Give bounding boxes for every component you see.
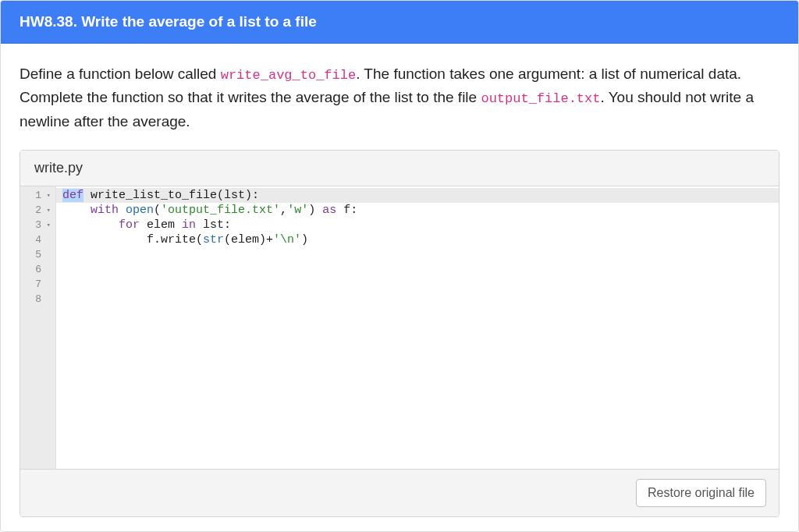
code-line[interactable] [62, 277, 779, 292]
editor-tabbar: write.py [20, 151, 779, 186]
code-content[interactable]: def write_list_to_file(lst): with open('… [56, 186, 779, 469]
editor-gutter: 1▾ 2▾ 3▾ 4 5 6 7 8 [20, 186, 56, 469]
gutter-line: 7 [28, 277, 51, 292]
code-line[interactable]: for elem in lst: [62, 218, 779, 232]
fold-marker-icon[interactable]: ▾ [47, 204, 51, 218]
problem-title: HW8.38. Write the average of a list to a… [20, 13, 317, 30]
code-line[interactable]: f.write(str(elem)+'\n') [62, 232, 779, 247]
gutter-line: 8 [28, 292, 51, 307]
problem-header: HW8.38. Write the average of a list to a… [1, 1, 798, 44]
inline-code-file: output_file.txt [481, 91, 600, 106]
problem-body: Define a function below called write_avg… [1, 44, 798, 531]
code-line[interactable] [62, 292, 779, 307]
code-editor[interactable]: 1▾ 2▾ 3▾ 4 5 6 7 8 def write_list_to_fil… [20, 186, 779, 469]
code-line[interactable] [62, 247, 779, 262]
fold-marker-icon[interactable]: ▾ [47, 189, 51, 204]
gutter-line: 3▾ [28, 218, 51, 232]
gutter-line: 2▾ [28, 203, 51, 218]
inline-code-fn: write_avg_to_file [221, 68, 356, 83]
code-editor-panel: write.py 1▾ 2▾ 3▾ 4 5 6 7 8 def write_li… [20, 150, 779, 517]
editor-filename: write.py [34, 160, 83, 176]
code-line[interactable]: with open('output_file.txt','w') as f: [62, 203, 779, 218]
gutter-line: 4 [28, 232, 51, 247]
restore-original-button[interactable]: Restore original file [636, 479, 766, 507]
code-line[interactable] [62, 262, 779, 277]
gutter-line: 6 [28, 262, 51, 277]
prompt-text: Define a function below called [20, 66, 221, 82]
problem-prompt: Define a function below called write_avg… [20, 62, 779, 133]
editor-footer: Restore original file [20, 469, 779, 516]
fold-marker-icon[interactable]: ▾ [47, 218, 51, 233]
problem-card: HW8.38. Write the average of a list to a… [0, 0, 799, 532]
gutter-line: 1▾ [28, 188, 51, 203]
gutter-line: 5 [28, 247, 51, 262]
